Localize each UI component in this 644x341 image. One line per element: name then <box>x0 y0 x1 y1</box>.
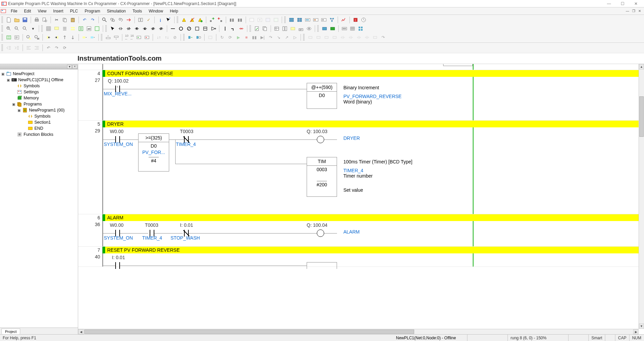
save-icon[interactable] <box>21 16 29 24</box>
prev-section-icon[interactable] <box>45 34 52 41</box>
program-mode-icon[interactable] <box>248 16 255 24</box>
scroll-down-icon[interactable]: ▼ <box>639 323 644 329</box>
show-comments-icon[interactable] <box>53 25 60 32</box>
tree-plc[interactable]: ▣ NewPLC1[CP1L] Offline <box>6 77 77 83</box>
compare-icon[interactable] <box>137 16 144 24</box>
io-table-icon[interactable] <box>288 16 295 24</box>
sidebar-dropdown-icon[interactable]: ▾ <box>67 65 72 69</box>
toolbar-handle[interactable] <box>177 17 178 23</box>
tree-symbols[interactable]: Symbols <box>11 83 77 89</box>
zoom-out-icon[interactable]: - <box>13 25 21 32</box>
replace-icon[interactable] <box>109 16 116 24</box>
coil-icon[interactable] <box>177 25 185 32</box>
sim-pause-icon[interactable]: ▮▮ <box>251 34 258 41</box>
output-icon[interactable] <box>297 25 305 32</box>
redo-icon[interactable]: ↷ <box>89 16 96 24</box>
sim-refresh-icon[interactable]: ↻ <box>218 34 226 41</box>
mdi-minimize-button[interactable]: — <box>624 8 631 14</box>
diagram-viewport[interactable]: 4 27 COUNT FORWARD REVERSE Q: 100.02 ↑ <box>78 64 644 334</box>
undo2-icon[interactable]: ↶ <box>45 44 52 52</box>
timer-block[interactable]: TIM 0003 #200 <box>307 157 337 197</box>
toolbar-handle[interactable] <box>41 25 43 32</box>
scroll-thumb[interactable] <box>639 96 644 137</box>
project-tree[interactable]: ▣ NewProject ▣ NewPLC1[CP1L] Offline <box>0 69 78 328</box>
section-add-icon[interactable] <box>329 25 336 32</box>
mnemonic-view-icon[interactable] <box>13 34 21 41</box>
new-file-icon[interactable] <box>5 16 12 24</box>
mdi-close-button[interactable]: ✕ <box>637 8 643 14</box>
scroll-left-icon[interactable]: ◀ <box>78 329 84 334</box>
align-left-icon[interactable] <box>25 44 32 52</box>
network-icon[interactable] <box>328 16 336 24</box>
rack-icon-3[interactable] <box>320 16 328 24</box>
unit-setup-icon[interactable] <box>296 16 303 24</box>
rung-4[interactable]: 4 27 COUNT FORWARD REVERSE Q: 100.02 ↑ <box>78 70 639 121</box>
close-button[interactable]: ✕ <box>629 1 643 7</box>
toggle-view-icon[interactable] <box>93 25 101 32</box>
compile-icon[interactable] <box>253 25 260 32</box>
verify-icon[interactable]: ✓ <box>145 16 152 24</box>
menu-insert[interactable]: Insert <box>50 8 67 14</box>
coil-not-icon[interactable] <box>185 25 193 32</box>
print-preview-icon[interactable] <box>41 16 49 24</box>
symbol-table-icon[interactable] <box>273 25 280 32</box>
toolbar-handle[interactable] <box>105 25 107 32</box>
sim-stepout-icon[interactable]: ↗ <box>283 34 290 41</box>
contact-no[interactable] <box>115 262 120 269</box>
vline-icon[interactable] <box>221 25 229 32</box>
tree-newprogram[interactable]: ▣ NewProgram1 (00) <box>17 107 77 113</box>
corner-icon[interactable] <box>229 25 237 32</box>
sim-stepover-icon[interactable]: ↷ <box>267 34 274 41</box>
toolbar-handle[interactable] <box>1 44 3 51</box>
next-section-icon[interactable] <box>53 34 60 41</box>
menu-edit[interactable]: Edit <box>21 8 34 14</box>
menu-plc[interactable]: PLC <box>67 8 81 14</box>
chart-icon[interactable] <box>340 16 347 24</box>
cross-ref-icon[interactable] <box>281 25 288 32</box>
find-rung-icon[interactable] <box>25 34 32 41</box>
inst2-icon[interactable] <box>315 34 322 41</box>
toolbar-handle[interactable] <box>303 34 305 41</box>
tree-programs[interactable]: ▣ Programs <box>11 101 77 107</box>
indent-icon[interactable] <box>13 44 21 52</box>
output-coil[interactable] <box>317 229 324 237</box>
open-file-icon[interactable] <box>13 16 21 24</box>
rung-6[interactable]: 6 36 ALARM W0.00 SYSTEM_ON <box>78 214 639 247</box>
monitor-mode-icon[interactable] <box>264 16 272 24</box>
compare-block[interactable]: >=(325) D0 PV_FOR... #4 <box>138 133 169 172</box>
zoom-in-icon[interactable]: + <box>5 25 12 32</box>
inst10-icon[interactable]: ↷ <box>379 34 387 41</box>
var-view1-icon[interactable] <box>135 34 143 41</box>
inst8-icon[interactable] <box>363 34 371 41</box>
force-off-icon[interactable]: ↑↓ <box>163 34 171 41</box>
sim-start-icon[interactable] <box>187 34 194 41</box>
toolbar-handle[interactable] <box>1 34 3 41</box>
menu-simulation[interactable]: Simulation <box>103 8 129 14</box>
contact-not-falling-icon[interactable] <box>157 25 165 32</box>
function-block-icon[interactable] <box>202 25 209 32</box>
scroll-up-icon[interactable]: ▲ <box>639 64 644 69</box>
sim-cycle-icon[interactable]: ⟳ <box>226 34 234 41</box>
contact-falling-icon[interactable] <box>141 25 149 32</box>
tree-function-blocks[interactable]: Function Blocks <box>11 131 77 137</box>
show-names-icon[interactable] <box>69 25 76 32</box>
find-symbol-icon[interactable]: ab <box>33 34 40 41</box>
contact-not-rising-icon[interactable] <box>149 25 157 32</box>
pause-icon[interactable]: ▮▮ <box>228 16 236 24</box>
clock-icon[interactable] <box>360 16 367 24</box>
scroll-thumb[interactable] <box>84 330 414 334</box>
scroll-right-icon[interactable]: ▶ <box>633 329 639 334</box>
toolbar-handle[interactable] <box>1 25 3 32</box>
dropdown-icon[interactable]: ▾ <box>29 25 37 32</box>
error-icon[interactable]: ! <box>352 16 359 24</box>
debug-mode-icon[interactable] <box>256 16 264 24</box>
mdi-restore-button[interactable]: ❐ <box>631 8 637 14</box>
delete-hline-icon[interactable] <box>238 25 245 32</box>
outdent-icon[interactable] <box>5 44 12 52</box>
sim-stepin-icon[interactable]: ↘ <box>275 34 282 41</box>
minimize-button[interactable]: — <box>602 1 616 7</box>
tree-end[interactable]: END <box>22 125 77 131</box>
zoom-fit-icon[interactable] <box>21 25 29 32</box>
contact-rising-icon[interactable] <box>133 25 141 32</box>
cursor-icon[interactable] <box>109 25 116 32</box>
